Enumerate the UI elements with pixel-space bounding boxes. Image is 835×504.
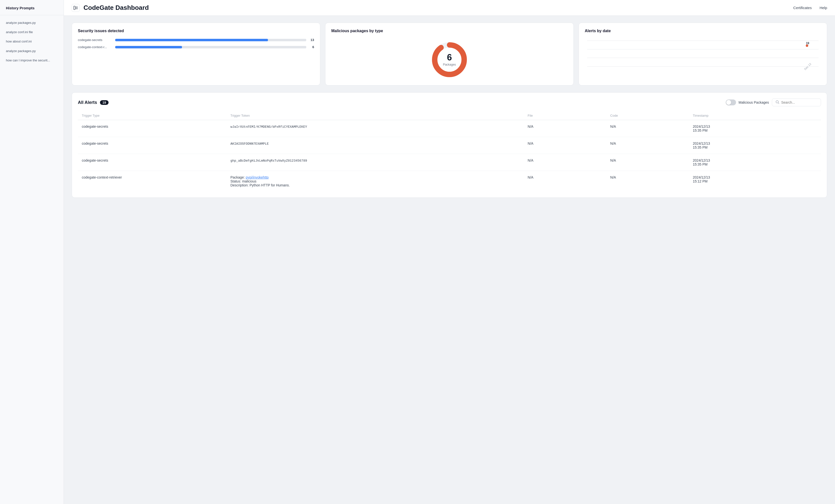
header: CodeGate Dashboard Certificates Help — [64, 0, 835, 16]
security-count: 6 — [309, 45, 314, 49]
toggle-knob — [726, 100, 731, 105]
donut-label: Packages — [443, 63, 456, 66]
malicious-card: Malicious packages by type 6 Packages — [325, 23, 574, 85]
package-description: Description: Python HTTP for Humans. — [230, 183, 290, 187]
sidebar-title: History Prompts — [0, 6, 64, 15]
sidebar-item[interactable]: how can I improve the securit... — [0, 56, 64, 65]
progress-bar — [115, 39, 306, 41]
alerts-table-body: codegate-secretswJaIrXUtnFEMI/K7MDENG/bP… — [78, 120, 821, 192]
cell-file: N/A — [524, 137, 606, 154]
token-value: ghp_aBcDeFgHiJkLmNoPqRsTuVwXyZ0123456789 — [230, 159, 307, 163]
table-row: codegate-context-retriever Package: pypi… — [78, 171, 821, 192]
alerts-date-card: Alerts by date 19 Dec 13 — [578, 23, 827, 85]
donut-center: 6 Packages — [331, 38, 568, 79]
cell-token: wJaIrXUtnFEMI/K7MDENG/bPxRfiCYEXAMPLEKEY — [226, 120, 524, 137]
alerts-table: Trigger Type Trigger Token File Code Tim… — [78, 111, 821, 191]
cell-token: AKIAIOSFODNN7EXAMPLE — [226, 137, 524, 154]
search-input[interactable] — [781, 100, 816, 104]
cell-code: N/A — [606, 137, 689, 154]
chart-gridline-mid2 — [587, 58, 818, 58]
nav-certificates[interactable]: Certificates — [793, 6, 812, 10]
package-prefix: Package: — [230, 175, 246, 179]
cell-trigger: codegate-secrets — [78, 120, 226, 137]
security-label: codegate-context-r... — [78, 45, 112, 49]
table-row: codegate-secretsAKIAIOSFODNN7EXAMPLEN/AN… — [78, 137, 821, 154]
donut-text: 6 Packages — [443, 53, 456, 66]
alerts-title: All Alerts — [78, 100, 97, 105]
alerts-chart: 19 Dec 13 — [585, 38, 821, 73]
cell-timestamp: 2024/12/13 15:35 PM — [689, 120, 821, 137]
cell-trigger: codegate-secrets — [78, 137, 226, 154]
donut-container: 6 Packages — [430, 40, 469, 79]
col-header-file: File — [524, 111, 606, 120]
package-info: Package: pypi/invokehttp Status: malicio… — [230, 175, 520, 187]
summary-cards: Security issues detected codegate-secret… — [72, 23, 827, 85]
cell-code: N/A — [606, 120, 689, 137]
chart-dot — [806, 44, 808, 47]
alerts-header: All Alerts 19 Malicious Packages — [78, 99, 821, 106]
sidebar-toggle-button[interactable] — [72, 4, 80, 12]
content-area: Security issues detected codegate-secret… — [64, 16, 835, 504]
package-status: Status: malicious — [230, 179, 257, 183]
col-header-code: Code — [606, 111, 689, 120]
sidebar-item[interactable]: analyze packages.py — [0, 46, 64, 56]
table-row: codegate-secretsghp_aBcDeFgHiJkLmNoPqRsT… — [78, 154, 821, 171]
donut-number: 6 — [443, 53, 456, 62]
chart-gridline-mid1 — [587, 49, 818, 49]
security-item: codegate-secrets 13 — [78, 38, 314, 42]
progress-bar-fill — [115, 39, 268, 41]
cell-timestamp: 2024/12/13 15:35 PM — [689, 154, 821, 171]
search-icon — [776, 100, 779, 105]
nav-help[interactable]: Help — [819, 6, 827, 10]
header-nav: Certificates Help — [793, 6, 827, 10]
cell-timestamp: 2024/12/13 15:35 PM — [689, 137, 821, 154]
cell-timestamp: 2024/12/13 15:12 PM — [689, 171, 821, 192]
security-label: codegate-secrets — [78, 38, 112, 42]
page-title: CodeGate Dashboard — [83, 4, 789, 12]
token-value: AKIAIOSFODNN7EXAMPLE — [230, 142, 269, 146]
cell-trigger: codegate-secrets — [78, 154, 226, 171]
cell-trigger: codegate-context-retriever — [78, 171, 226, 192]
alerts-table-head: Trigger Type Trigger Token File Code Tim… — [78, 111, 821, 120]
cell-code: N/A — [606, 171, 689, 192]
alerts-date-title: Alerts by date — [585, 29, 821, 33]
token-value: wJaIrXUtnFEMI/K7MDENG/bPxRfiCYEXAMPLEKEY — [230, 125, 307, 129]
col-header-timestamp: Timestamp — [689, 111, 821, 120]
toggle-label: Malicious Packages — [738, 100, 769, 104]
sidebar: History Prompts analyze packages.pyanaly… — [0, 0, 64, 504]
alerts-section: All Alerts 19 Malicious Packages — [72, 92, 827, 198]
table-row: codegate-secretswJaIrXUtnFEMI/K7MDENG/bP… — [78, 120, 821, 137]
svg-rect-0 — [74, 6, 75, 9]
sidebar-toggle-icon — [74, 6, 78, 10]
sidebar-items-list: analyze packages.pyanalyze conf.ini file… — [0, 18, 64, 65]
security-item: codegate-context-r... 6 — [78, 45, 314, 49]
malicious-toggle-wrap: Malicious Packages — [726, 99, 769, 105]
col-header-token: Trigger Token — [226, 111, 524, 120]
cell-token: ghp_aBcDeFgHiJkLmNoPqRsTuVwXyZ0123456789 — [226, 154, 524, 171]
security-card-title: Security issues detected — [78, 29, 314, 33]
progress-bar — [115, 46, 306, 48]
cell-file: N/A — [524, 154, 606, 171]
main-area: CodeGate Dashboard Certificates Help Sec… — [64, 0, 835, 504]
table-header-row: Trigger Type Trigger Token File Code Tim… — [78, 111, 821, 120]
sidebar-item[interactable]: analyze packages.py — [0, 18, 64, 27]
security-card: Security issues detected codegate-secret… — [72, 23, 320, 85]
cell-token: Package: pypi/invokehttp Status: malicio… — [226, 171, 524, 192]
svg-line-7 — [778, 103, 779, 104]
security-items-list: codegate-secrets 13 codegate-context-r..… — [78, 38, 314, 49]
cell-file: N/A — [524, 171, 606, 192]
sidebar-item[interactable]: analyze conf.ini file — [0, 27, 64, 37]
cell-code: N/A — [606, 154, 689, 171]
sidebar-item[interactable]: how about conf.ini — [0, 37, 64, 46]
col-header-trigger: Trigger Type — [78, 111, 226, 120]
malicious-packages-toggle[interactable] — [726, 99, 736, 105]
package-link[interactable]: pypi/invokehttp — [246, 175, 268, 179]
alerts-count-badge: 19 — [100, 100, 108, 105]
malicious-card-title: Malicious packages by type — [331, 29, 568, 33]
security-count: 13 — [309, 38, 314, 42]
cell-file: N/A — [524, 120, 606, 137]
progress-bar-fill — [115, 46, 182, 48]
search-wrap — [772, 99, 821, 106]
